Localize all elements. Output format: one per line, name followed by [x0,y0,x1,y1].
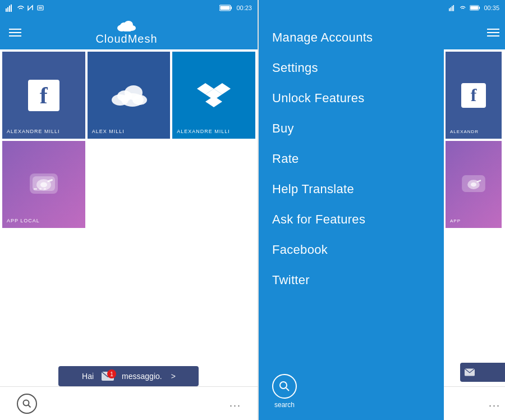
battery-icon-right [470,4,481,11]
tile-label-applocal: APP LOCAL [7,218,40,223]
tile-label-facebook: ALEXANDRE MILLI [7,129,60,134]
left-phone: 00:23 CloudMesh f ALEXANDRE MIL [0,0,258,420]
right-tile-label-hdd: APP [450,218,461,223]
right-fb-icon: f [461,83,486,108]
menu-item-help-translate[interactable]: Help Translate [259,174,444,204]
app-title: CloudMesh [95,33,157,45]
menu-item-unlock-features[interactable]: Unlock Features [259,83,444,113]
bottom-bar-left: ... [0,386,258,420]
svg-line-35 [286,388,289,391]
menu-search-label: search [274,401,295,409]
hamburger-icon-right[interactable] [487,29,499,36]
menu-item-twitter[interactable]: Twitter [259,265,444,295]
notification-badge: 1 [107,369,116,378]
signal-icons [6,4,44,12]
tile-applocal[interactable]: APP LOCAL [2,141,85,228]
svg-point-45 [471,182,476,186]
signal-icon-right [449,4,456,12]
notification-arrow: > [171,372,176,381]
svg-rect-2 [9,6,10,12]
right-msg-icon [465,368,475,376]
menu-item-manage-accounts[interactable]: Manage Accounts [259,22,444,53]
tile-label-onedrive: ALEX MILLI [92,129,125,134]
svg-line-33 [28,405,31,408]
menu-item-rate[interactable]: Rate [259,144,444,174]
tile-label-dropbox: ALEXANDRE MILLI [177,129,230,134]
search-icon-menu [279,381,290,392]
svg-rect-7 [231,7,232,10]
right-phone-content: 00:35 f ALEXANDR [443,0,505,420]
tiles-row-2: APP LOCAL [2,141,255,228]
status-bar-right: 00:35 [443,0,505,16]
app-bar-right [443,16,505,49]
tiles-row-1: f ALEXANDRE MILLI ALEX MILLI [2,52,255,139]
right-tiles: f ALEXANDR APP [443,49,505,228]
wifi-icon-right [460,4,466,11]
svg-rect-41 [479,7,480,9]
menu-item-facebook[interactable]: Facebook [259,235,444,265]
svg-rect-29 [39,188,42,190]
svg-rect-8 [221,6,230,10]
battery-time-left: 00:23 [219,4,252,11]
tile-dropbox[interactable]: ALEXANDRE MILLI [172,52,255,139]
cloud-logo-icon [116,20,136,31]
right-tile-facebook[interactable]: f ALEXANDR [446,52,502,139]
onedrive-icon [109,80,148,111]
facebook-icon: f [28,80,59,111]
nfc-icon [27,4,35,11]
svg-point-34 [280,382,287,389]
notification-bar[interactable]: Hai 1 messaggio. > [58,366,199,386]
hdd-icon [27,167,61,203]
svg-point-13 [124,21,133,29]
screen-icon [37,4,44,11]
notification-prefix: Hai [82,372,94,381]
dropbox-icon [197,77,231,113]
menu-item-ask-for-features[interactable]: Ask for Features [259,204,444,235]
app-bar-left: CloudMesh [0,16,258,49]
battery-icon [219,4,233,11]
svg-point-18 [125,85,143,100]
tile-facebook[interactable]: f ALEXANDRE MILLI [2,52,85,139]
menu-overlay: Manage Accounts Settings Unlock Features… [259,0,444,420]
search-button-left[interactable] [17,394,37,414]
status-bar-left: 00:23 [0,0,258,16]
svg-rect-1 [7,7,8,12]
time-left: 00:23 [236,4,252,11]
right-tile-applocal[interactable]: APP [446,141,502,228]
tiles-grid: f ALEXANDRE MILLI ALEX MILLI [0,49,258,420]
svg-rect-5 [39,7,42,9]
svg-rect-39 [453,5,454,11]
hamburger-icon[interactable] [9,29,21,36]
svg-rect-0 [6,8,7,12]
search-icon-left [22,399,31,408]
time-right: 00:35 [484,4,499,11]
menu-bottom-bar: search [259,374,444,409]
right-tile-label-fb: ALEXANDR [450,129,479,134]
tile-onedrive[interactable]: ALEX MILLI [88,52,171,139]
svg-rect-42 [470,6,478,10]
search-button-menu[interactable] [272,374,297,399]
more-options-left[interactable]: ... [229,398,241,409]
svg-rect-3 [11,4,12,12]
right-hdd-icon [460,170,488,200]
bottom-bar-right: ... [443,386,505,420]
svg-rect-36 [449,8,450,11]
svg-marker-22 [205,96,222,107]
message-icon-wrapper: 1 [102,372,114,381]
menu-search-col: search [272,374,297,409]
tile-empty [88,141,255,228]
wifi-icon [17,4,25,11]
svg-rect-30 [44,188,46,190]
svg-rect-38 [452,6,453,11]
svg-rect-28 [34,188,37,190]
right-notification [460,363,505,382]
more-options-right[interactable]: ... [489,398,501,409]
svg-point-26 [40,182,47,187]
right-phone: Manage Accounts Settings Unlock Features… [259,0,505,420]
menu-item-buy[interactable]: Buy [259,113,444,144]
notification-suffix: messaggio. [122,372,162,381]
svg-rect-37 [450,7,451,11]
menu-item-settings[interactable]: Settings [259,53,444,83]
